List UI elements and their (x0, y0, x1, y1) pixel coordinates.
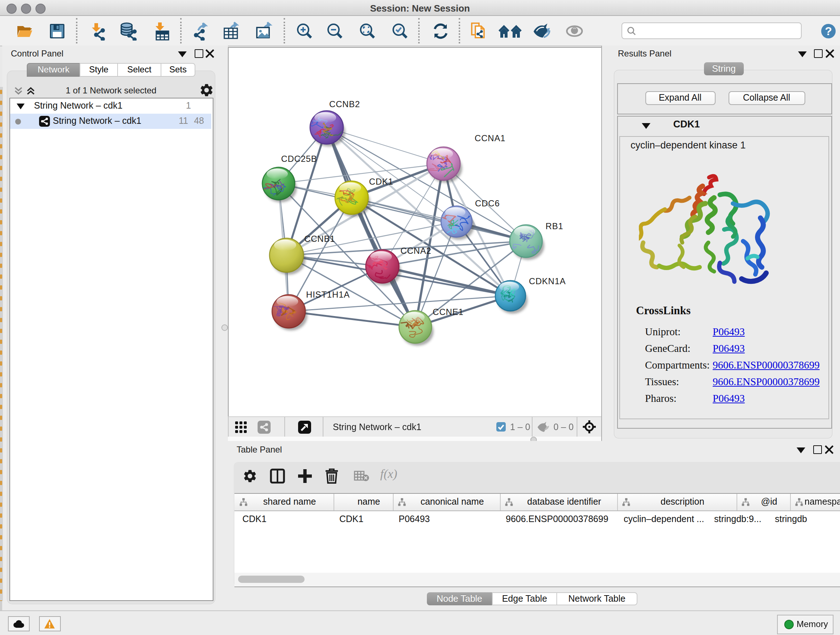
svg-text:RB1: RB1 (546, 221, 563, 231)
svg-text:CCNE1: CCNE1 (433, 307, 463, 317)
svg-text:CCNB2: CCNB2 (329, 99, 360, 109)
svg-text:?: ? (825, 24, 832, 37)
svg-text:CCNA2: CCNA2 (401, 246, 431, 256)
svg-text:CDK1: CDK1 (369, 177, 393, 187)
svg-text:CCNA1: CCNA1 (475, 133, 505, 143)
svg-text:CDC6: CDC6 (475, 198, 500, 208)
svg-text:CDC25B: CDC25B (281, 154, 317, 164)
svg-text:CDKN1A: CDKN1A (529, 276, 566, 286)
svg-text:CCNB1: CCNB1 (304, 234, 335, 244)
svg-text:HIST1H1A: HIST1H1A (306, 290, 350, 299)
